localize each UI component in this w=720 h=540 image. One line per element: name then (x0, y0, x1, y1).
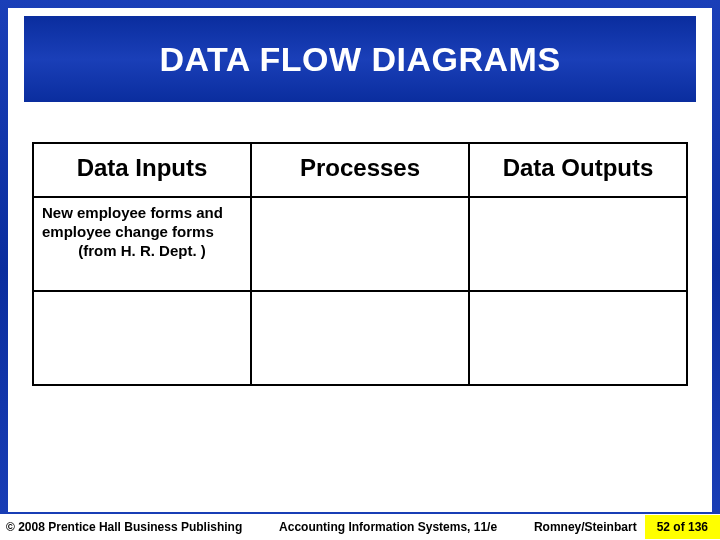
cell-r1c0 (33, 291, 251, 385)
cell-r1c2 (469, 291, 687, 385)
cell-r0c2 (469, 197, 687, 291)
cell-r1c1 (251, 291, 469, 385)
slide-content: DATA FLOW DIAGRAMS Data Inputs Processes… (8, 8, 712, 512)
slide: DATA FLOW DIAGRAMS Data Inputs Processes… (0, 0, 720, 540)
footer-page: 52 of 136 (645, 515, 720, 539)
table-row (33, 291, 687, 385)
table-container: Data Inputs Processes Data Outputs New e… (32, 142, 688, 386)
data-flow-table: Data Inputs Processes Data Outputs New e… (32, 142, 688, 386)
title-bar: DATA FLOW DIAGRAMS (24, 16, 696, 102)
header-data-outputs: Data Outputs (469, 143, 687, 197)
footer-center: Accounting Information Systems, 11/e (242, 520, 534, 534)
cell-text: New employee forms and (42, 204, 223, 221)
footer: © 2008 Prentice Hall Business Publishing… (0, 514, 720, 540)
table-header-row: Data Inputs Processes Data Outputs (33, 143, 687, 197)
header-data-inputs: Data Inputs (33, 143, 251, 197)
cell-r0c1 (251, 197, 469, 291)
slide-title: DATA FLOW DIAGRAMS (159, 40, 560, 79)
cell-text: (from H. R. Dept. ) (42, 242, 242, 261)
cell-text: employee change forms (42, 223, 214, 240)
footer-authors: Romney/Steinbart (534, 520, 645, 534)
footer-copyright: © 2008 Prentice Hall Business Publishing (0, 520, 242, 534)
table-row: New employee forms and employee change f… (33, 197, 687, 291)
header-processes: Processes (251, 143, 469, 197)
cell-r0c0: New employee forms and employee change f… (33, 197, 251, 291)
